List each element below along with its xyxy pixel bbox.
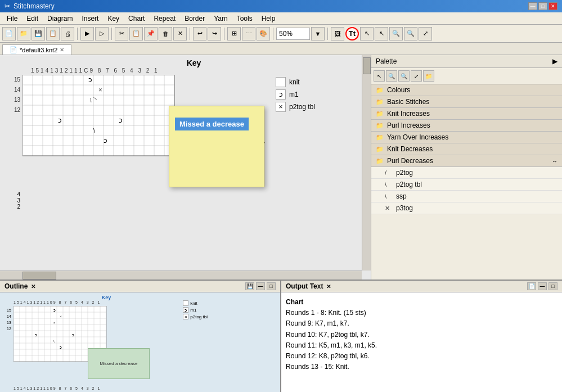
tool-cursor[interactable]: ↖	[375, 27, 388, 40]
menu-edit[interactable]: Edit	[22, 13, 43, 24]
purl-dec-left: 📁 Purl Decreases	[376, 157, 433, 165]
palette-panel: Palette ▶ ↖ 🔍 🔍 ⤢ 📁 📁 Colours 📁 Basic St…	[371, 55, 562, 280]
tool-x[interactable]: ✕	[173, 27, 187, 40]
sticky-note[interactable]: Missed a decrease	[169, 106, 264, 187]
menu-file[interactable]: File	[2, 13, 22, 24]
palette-item-p2tog-tbl[interactable]: \ p2tog tbl	[371, 179, 562, 191]
v-scroll-thumb[interactable]	[363, 57, 371, 74]
menu-repeat[interactable]: Repeat	[149, 13, 180, 24]
tool-arrow[interactable]: ↖	[360, 27, 374, 40]
menu-yarn[interactable]: Yarn	[209, 13, 232, 24]
key-title: Key	[0, 55, 371, 67]
palette-item-p2tog[interactable]: / p2tog	[371, 167, 562, 179]
svg-text:×: ×	[98, 86, 102, 94]
menu-chart[interactable]: Chart	[124, 13, 149, 24]
tool-dots[interactable]: ⋯	[242, 27, 255, 40]
output-min-btn[interactable]: —	[538, 282, 547, 290]
close-button[interactable]: ✕	[548, 2, 557, 10]
output-max-btn[interactable]: □	[548, 282, 557, 290]
menu-diagram[interactable]: Diagram	[43, 13, 77, 24]
play-button[interactable]: ▶	[80, 27, 94, 40]
palette-item-ssp[interactable]: \ ssp	[371, 191, 562, 202]
delete-button[interactable]: 🗑	[159, 27, 172, 40]
palette-colours[interactable]: 📁 Colours	[371, 84, 562, 96]
tab-bar: 📄 *default3.knt2 ✕	[0, 43, 562, 55]
output-title: Output Text	[286, 282, 323, 290]
open-button[interactable]: 📁	[17, 27, 30, 40]
tool5[interactable]: 🖨	[61, 27, 74, 40]
palette-item-p3tog[interactable]: ✕ p3tog	[371, 202, 562, 214]
outline-panel: Outline ✕ 💾 — □ Key 1514131211109 8 7 6 …	[0, 281, 281, 392]
palette-folder[interactable]: 📁	[423, 70, 434, 82]
palette-purl-decreases[interactable]: 📁 Purl Decreases ↔	[371, 155, 562, 167]
zoom-input[interactable]	[276, 28, 310, 40]
bottom-nums: 432	[6, 191, 23, 210]
output-content: Chart Rounds 1 - 8: Knit. (15 sts) Round…	[281, 292, 562, 392]
zoom-dropdown[interactable]: ▼	[311, 27, 325, 40]
maximize-button[interactable]: □	[538, 2, 547, 10]
menu-help[interactable]: Help	[257, 13, 280, 24]
text-tool-button[interactable]: Tt	[345, 27, 359, 40]
save-button[interactable]: 💾	[32, 27, 45, 40]
h-scroll-thumb[interactable]	[23, 272, 56, 280]
palette-zoom-out[interactable]: 🔍	[398, 70, 410, 82]
title-bar: ✂ Stitchmastery — □ ✕	[0, 0, 562, 12]
palette-basic-stitches[interactable]: 📁 Basic Stitches	[371, 96, 562, 108]
play2-button[interactable]: ▷	[95, 27, 109, 40]
chart-grid-area: 15 14 13 12	[0, 75, 371, 189]
svg-text:⟍: ⟍	[92, 96, 98, 102]
tab-close-button[interactable]: ✕	[60, 47, 64, 53]
menu-insert[interactable]: Insert	[77, 13, 103, 24]
svg-text:ɔ: ɔ	[35, 333, 37, 337]
p2tog-label: p2tog tbl	[289, 103, 315, 111]
redo-button[interactable]: ↪	[208, 27, 221, 40]
palette-knit-increases[interactable]: 📁 Knit Increases	[371, 108, 562, 120]
outline-panel-buttons[interactable]: 💾 — □	[245, 282, 276, 290]
palette-yarn-over-increases[interactable]: 📁 Yarn Over Increases	[371, 132, 562, 143]
grid-button[interactable]: ⊞	[227, 27, 241, 40]
zoom-out-button[interactable]: 🔍	[404, 27, 417, 40]
palette-zoom-in[interactable]: 🔍	[386, 70, 397, 82]
palette-content[interactable]: 📁 Colours 📁 Basic Stitches 📁 Knit Increa…	[371, 84, 562, 214]
palette-expand-icon[interactable]: ▶	[552, 57, 557, 65]
palette-fit[interactable]: ⤢	[411, 70, 422, 82]
undo-button[interactable]: ↩	[193, 27, 206, 40]
paste-button[interactable]: 📌	[144, 27, 158, 40]
outline-p2tog-sym: ×	[183, 314, 188, 319]
image-button[interactable]: 🖼	[331, 27, 344, 40]
outline-save-btn[interactable]: 💾	[245, 282, 254, 290]
app-title: Stitchmastery	[14, 2, 55, 10]
tool4[interactable]: 📋	[46, 27, 60, 40]
output-save-btn[interactable]: 📄	[527, 282, 536, 290]
outline-min-btn[interactable]: —	[256, 282, 265, 290]
title-bar-buttons[interactable]: — □ ✕	[528, 2, 557, 10]
menu-tools[interactable]: Tools	[232, 13, 257, 24]
palette-knit-decreases[interactable]: 📁 Knit Decreases	[371, 143, 562, 155]
chart-area[interactable]: Key 15141312111C9 8 7 6 5 4 3 2 1 15 14 …	[0, 55, 371, 280]
minimize-button[interactable]: —	[528, 2, 537, 10]
purl-increases-icon: 📁	[376, 122, 384, 129]
outline-max-btn[interactable]: □	[267, 282, 276, 290]
output-title-area: Output Text ✕	[286, 282, 331, 290]
v-scrollbar[interactable]	[362, 55, 371, 271]
cut-button[interactable]: ✂	[115, 27, 128, 40]
output-line-1: Rounds 1 - 8: Knit. (15 sts)	[286, 308, 557, 318]
chart-grid[interactable]: ɔ × ⟍ \ ɔ ɔ \ ɔ Missed a decrease	[23, 75, 264, 189]
document-tab[interactable]: 📄 *default3.knt2 ✕	[2, 44, 71, 55]
output-panel-buttons[interactable]: 📄 — □	[527, 282, 557, 290]
new-button[interactable]: 📄	[2, 27, 16, 40]
h-scrollbar[interactable]	[0, 271, 362, 280]
copy-button[interactable]: 📋	[129, 27, 143, 40]
outline-sticky[interactable]: Missed a decrease	[88, 348, 150, 379]
output-line-5: Round 12: K8, p2tog tbl, k6.	[286, 351, 557, 362]
yarn-over-label: Yarn Over Increases	[387, 133, 448, 141]
outline-content[interactable]: Key 1514131211109 8 7 6 5 4 3 2 1 knit ɔ…	[0, 292, 280, 392]
palette-cursor[interactable]: ↖	[374, 70, 385, 82]
zoom-in-button[interactable]: 🔍	[389, 27, 403, 40]
sep4	[224, 28, 224, 40]
fit-button[interactable]: ⤢	[419, 27, 432, 40]
palette-purl-increases[interactable]: 📁 Purl Increases	[371, 120, 562, 132]
tool-color[interactable]: 🎨	[257, 27, 270, 40]
menu-key[interactable]: Key	[103, 13, 124, 24]
menu-border[interactable]: Border	[180, 13, 209, 24]
